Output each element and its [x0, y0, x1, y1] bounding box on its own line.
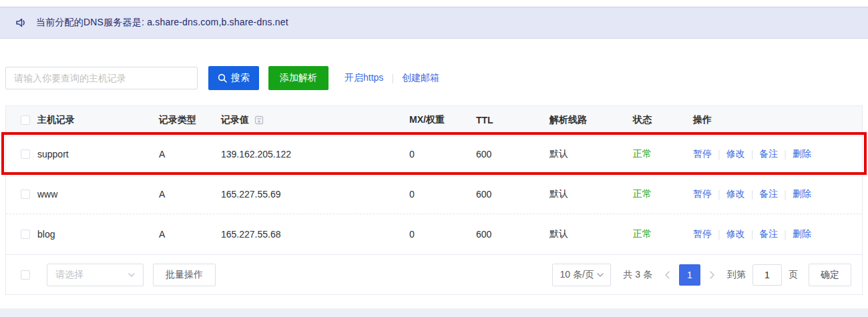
prev-page-icon[interactable]	[664, 271, 670, 279]
resolve-line: 默认	[550, 148, 633, 160]
status-badge: 正常	[633, 148, 693, 160]
host-record: blog	[37, 229, 159, 240]
total-count: 共 3 条	[623, 269, 652, 281]
batch-controls: 请选择 批量操作	[21, 264, 216, 286]
dns-server-banner: 当前分配的DNS服务器是: a.share-dns.com,b.share-dn…	[0, 7, 868, 39]
resolve-line: 默认	[550, 188, 633, 200]
row-checkbox[interactable]	[21, 230, 30, 239]
pause-link[interactable]: 暂停	[693, 188, 712, 200]
next-page-icon[interactable]	[710, 271, 715, 279]
batch-action-select[interactable]: 请选择	[47, 264, 144, 286]
row-actions: 暂停 | 修改 | 备注 | 删除	[693, 148, 862, 160]
table-footer: 请选择 批量操作 10 条/页	[6, 254, 862, 294]
row-actions: 暂停 | 修改 | 备注 | 删除	[693, 228, 862, 240]
row-actions: 暂停 | 修改 | 备注 | 删除	[693, 188, 862, 200]
search-button[interactable]: 搜索	[208, 66, 259, 90]
status-badge: 正常	[633, 188, 693, 200]
mx-weight: 0	[409, 229, 476, 240]
remark-link[interactable]: 备注	[759, 228, 778, 240]
batch-select-placeholder: 请选择	[55, 269, 83, 281]
modify-link[interactable]: 修改	[726, 228, 745, 240]
toolbar: 搜索 添加解析 开启https | 创建邮箱	[5, 66, 863, 90]
add-record-button[interactable]: 添加解析	[268, 66, 329, 90]
select-all-checkbox[interactable]	[21, 115, 30, 125]
page-number-button[interactable]: 1	[679, 264, 700, 286]
remark-link[interactable]: 备注	[759, 188, 778, 200]
column-header-mx: MX/权重	[409, 114, 476, 126]
host-record: support	[37, 149, 159, 160]
mx-weight: 0	[409, 149, 476, 160]
dns-records-page: 当前分配的DNS服务器是: a.share-dns.com,b.share-dn…	[0, 7, 868, 295]
toolbar-link-separator: |	[391, 73, 394, 83]
pause-link[interactable]: 暂停	[693, 228, 712, 240]
confirm-button[interactable]: 确定	[809, 264, 851, 286]
ttl-value: 600	[476, 149, 550, 160]
record-value: 165.227.55.69	[221, 189, 409, 200]
toggle-value-display-icon[interactable]	[254, 115, 264, 125]
footer-select-all-checkbox[interactable]	[21, 270, 30, 280]
record-value: 165.227.55.68	[221, 229, 409, 240]
batch-action-button[interactable]: 批量操作	[153, 264, 216, 286]
table-row: blog A 165.227.55.68 0 600 默认 正常 暂停 | 修改…	[6, 214, 862, 254]
search-input[interactable]	[5, 67, 198, 89]
row-checkbox[interactable]	[21, 149, 30, 159]
modify-link[interactable]: 修改	[726, 188, 745, 200]
table-row: www A 165.227.55.69 0 600 默认 正常 暂停 | 修改 …	[6, 174, 862, 214]
pagination: 10 条/页 共 3 条 1	[552, 264, 851, 286]
ttl-value: 600	[476, 229, 550, 240]
page-bottom-strip	[0, 308, 868, 317]
delete-link[interactable]: 删除	[793, 148, 811, 160]
banner-text: 当前分配的DNS服务器是: a.share-dns.com,b.share-dn…	[36, 17, 288, 29]
records-table: 主机记录 记录类型 记录值 MX/权重 TTL 解析线路 状态 操作	[5, 105, 863, 295]
modify-link[interactable]: 修改	[726, 148, 745, 160]
column-header-ttl: TTL	[476, 115, 550, 125]
record-type: A	[159, 229, 221, 240]
table-header-row: 主机记录 记录类型 记录值 MX/权重 TTL 解析线路 状态 操作	[6, 106, 862, 134]
column-header-type: 记录类型	[159, 114, 221, 126]
chevron-down-icon	[597, 273, 604, 277]
search-icon	[218, 73, 227, 83]
enable-https-link[interactable]: 开启https	[345, 72, 383, 84]
column-header-value: 记录值	[221, 114, 409, 126]
speaker-icon	[15, 16, 28, 29]
page-size-select[interactable]: 10 条/页	[552, 264, 611, 286]
chevron-down-icon	[128, 273, 135, 277]
search-button-label: 搜索	[231, 72, 250, 84]
delete-link[interactable]: 删除	[793, 188, 811, 200]
host-record: www	[37, 189, 159, 200]
row-checkbox[interactable]	[21, 190, 30, 199]
column-header-host: 主机记录	[37, 114, 159, 126]
create-mailbox-link[interactable]: 创建邮箱	[402, 72, 439, 84]
delete-link[interactable]: 删除	[793, 228, 811, 240]
table-row: support A 139.162.205.122 0 600 默认 正常 暂停…	[6, 134, 862, 174]
column-header-line: 解析线路	[550, 114, 633, 126]
mx-weight: 0	[409, 189, 476, 200]
goto-page-suffix: 页	[789, 269, 798, 281]
column-header-status: 状态	[633, 114, 693, 126]
ttl-value: 600	[476, 189, 550, 200]
record-value: 139.162.205.122	[221, 149, 409, 160]
goto-page-prefix: 到第	[727, 269, 746, 281]
goto-page-input[interactable]	[752, 264, 782, 286]
status-badge: 正常	[633, 228, 693, 240]
remark-link[interactable]: 备注	[759, 148, 778, 160]
pause-link[interactable]: 暂停	[693, 148, 712, 160]
page-size-value: 10 条/页	[560, 269, 594, 281]
resolve-line: 默认	[550, 228, 633, 240]
column-header-actions: 操作	[693, 114, 862, 126]
record-type: A	[159, 149, 221, 160]
record-type: A	[159, 189, 221, 200]
